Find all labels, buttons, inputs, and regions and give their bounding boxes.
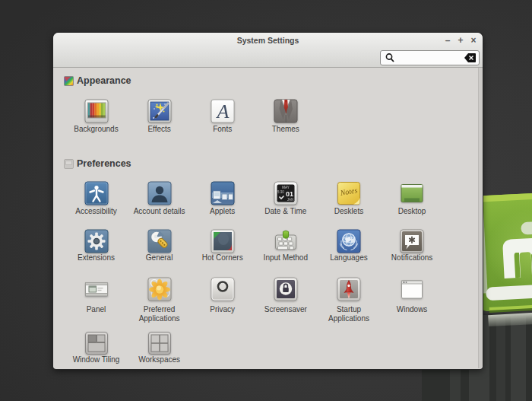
svg-text:01: 01 [286, 189, 293, 197]
svg-text:MAY: MAY [282, 185, 289, 189]
svg-text:JAN: JAN [287, 197, 294, 201]
svg-text:5:30: 5:30 [277, 189, 284, 193]
svg-text:A: A [215, 100, 229, 123]
